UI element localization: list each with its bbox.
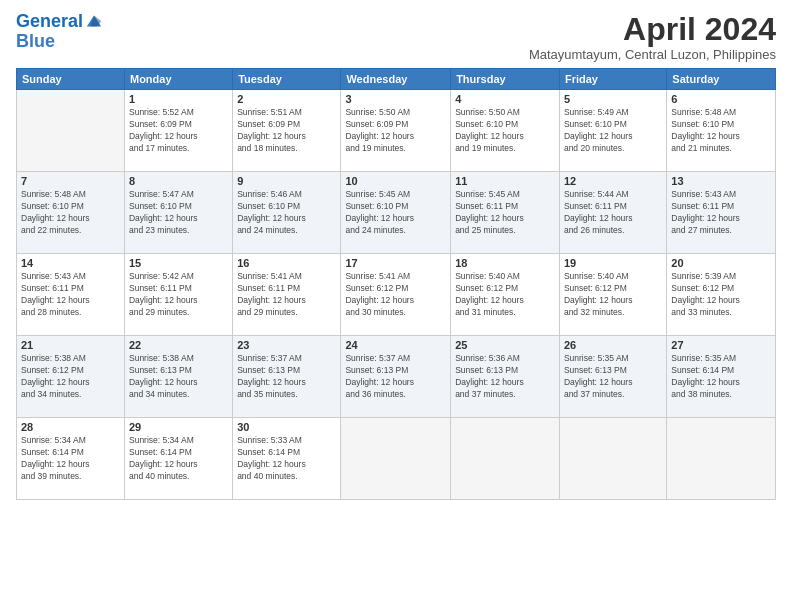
day-info: Sunrise: 5:43 AMSunset: 6:11 PMDaylight:… xyxy=(671,189,771,237)
table-row: 2Sunrise: 5:51 AMSunset: 6:09 PMDaylight… xyxy=(233,90,341,172)
table-row: 20Sunrise: 5:39 AMSunset: 6:12 PMDayligh… xyxy=(667,254,776,336)
day-info: Sunrise: 5:38 AMSunset: 6:13 PMDaylight:… xyxy=(129,353,228,401)
calendar-table: Sunday Monday Tuesday Wednesday Thursday… xyxy=(16,68,776,500)
table-row xyxy=(17,90,125,172)
day-info: Sunrise: 5:44 AMSunset: 6:11 PMDaylight:… xyxy=(564,189,662,237)
table-row xyxy=(341,418,451,500)
day-info: Sunrise: 5:50 AMSunset: 6:10 PMDaylight:… xyxy=(455,107,555,155)
day-info: Sunrise: 5:41 AMSunset: 6:11 PMDaylight:… xyxy=(237,271,336,319)
table-row: 27Sunrise: 5:35 AMSunset: 6:14 PMDayligh… xyxy=(667,336,776,418)
table-row xyxy=(451,418,560,500)
day-number: 24 xyxy=(345,339,446,351)
day-info: Sunrise: 5:42 AMSunset: 6:11 PMDaylight:… xyxy=(129,271,228,319)
day-info: Sunrise: 5:45 AMSunset: 6:11 PMDaylight:… xyxy=(455,189,555,237)
table-row: 21Sunrise: 5:38 AMSunset: 6:12 PMDayligh… xyxy=(17,336,125,418)
day-number: 20 xyxy=(671,257,771,269)
day-info: Sunrise: 5:46 AMSunset: 6:10 PMDaylight:… xyxy=(237,189,336,237)
logo-icon xyxy=(85,12,103,30)
col-sunday: Sunday xyxy=(17,69,125,90)
table-row: 29Sunrise: 5:34 AMSunset: 6:14 PMDayligh… xyxy=(124,418,232,500)
table-row: 9Sunrise: 5:46 AMSunset: 6:10 PMDaylight… xyxy=(233,172,341,254)
table-row: 26Sunrise: 5:35 AMSunset: 6:13 PMDayligh… xyxy=(559,336,666,418)
col-monday: Monday xyxy=(124,69,232,90)
day-info: Sunrise: 5:48 AMSunset: 6:10 PMDaylight:… xyxy=(21,189,120,237)
day-info: Sunrise: 5:41 AMSunset: 6:12 PMDaylight:… xyxy=(345,271,446,319)
table-row: 30Sunrise: 5:33 AMSunset: 6:14 PMDayligh… xyxy=(233,418,341,500)
day-number: 11 xyxy=(455,175,555,187)
day-number: 27 xyxy=(671,339,771,351)
table-row: 10Sunrise: 5:45 AMSunset: 6:10 PMDayligh… xyxy=(341,172,451,254)
table-row: 11Sunrise: 5:45 AMSunset: 6:11 PMDayligh… xyxy=(451,172,560,254)
day-number: 22 xyxy=(129,339,228,351)
day-number: 9 xyxy=(237,175,336,187)
day-info: Sunrise: 5:34 AMSunset: 6:14 PMDaylight:… xyxy=(21,435,120,483)
day-info: Sunrise: 5:40 AMSunset: 6:12 PMDaylight:… xyxy=(455,271,555,319)
title-block: April 2024 Matayumtayum, Central Luzon, … xyxy=(529,12,776,62)
table-row: 8Sunrise: 5:47 AMSunset: 6:10 PMDaylight… xyxy=(124,172,232,254)
table-row xyxy=(667,418,776,500)
table-row: 5Sunrise: 5:49 AMSunset: 6:10 PMDaylight… xyxy=(559,90,666,172)
day-number: 4 xyxy=(455,93,555,105)
day-number: 19 xyxy=(564,257,662,269)
calendar-page: General Blue April 2024 Matayumtayum, Ce… xyxy=(0,0,792,612)
location: Matayumtayum, Central Luzon, Philippines xyxy=(529,47,776,62)
day-number: 23 xyxy=(237,339,336,351)
day-number: 26 xyxy=(564,339,662,351)
table-row: 17Sunrise: 5:41 AMSunset: 6:12 PMDayligh… xyxy=(341,254,451,336)
day-number: 7 xyxy=(21,175,120,187)
day-info: Sunrise: 5:37 AMSunset: 6:13 PMDaylight:… xyxy=(345,353,446,401)
day-number: 14 xyxy=(21,257,120,269)
day-number: 25 xyxy=(455,339,555,351)
table-row: 24Sunrise: 5:37 AMSunset: 6:13 PMDayligh… xyxy=(341,336,451,418)
day-number: 13 xyxy=(671,175,771,187)
table-row: 6Sunrise: 5:48 AMSunset: 6:10 PMDaylight… xyxy=(667,90,776,172)
day-number: 21 xyxy=(21,339,120,351)
table-row: 3Sunrise: 5:50 AMSunset: 6:09 PMDaylight… xyxy=(341,90,451,172)
day-info: Sunrise: 5:34 AMSunset: 6:14 PMDaylight:… xyxy=(129,435,228,483)
day-number: 28 xyxy=(21,421,120,433)
day-info: Sunrise: 5:51 AMSunset: 6:09 PMDaylight:… xyxy=(237,107,336,155)
day-info: Sunrise: 5:35 AMSunset: 6:13 PMDaylight:… xyxy=(564,353,662,401)
table-row: 16Sunrise: 5:41 AMSunset: 6:11 PMDayligh… xyxy=(233,254,341,336)
day-info: Sunrise: 5:39 AMSunset: 6:12 PMDaylight:… xyxy=(671,271,771,319)
day-info: Sunrise: 5:49 AMSunset: 6:10 PMDaylight:… xyxy=(564,107,662,155)
day-number: 10 xyxy=(345,175,446,187)
logo-text-line1: General xyxy=(16,12,83,32)
table-row xyxy=(559,418,666,500)
table-row: 14Sunrise: 5:43 AMSunset: 6:11 PMDayligh… xyxy=(17,254,125,336)
day-info: Sunrise: 5:37 AMSunset: 6:13 PMDaylight:… xyxy=(237,353,336,401)
table-row: 25Sunrise: 5:36 AMSunset: 6:13 PMDayligh… xyxy=(451,336,560,418)
day-number: 12 xyxy=(564,175,662,187)
day-info: Sunrise: 5:45 AMSunset: 6:10 PMDaylight:… xyxy=(345,189,446,237)
day-number: 16 xyxy=(237,257,336,269)
day-number: 18 xyxy=(455,257,555,269)
table-row: 22Sunrise: 5:38 AMSunset: 6:13 PMDayligh… xyxy=(124,336,232,418)
day-info: Sunrise: 5:43 AMSunset: 6:11 PMDaylight:… xyxy=(21,271,120,319)
logo: General Blue xyxy=(16,12,103,52)
table-row: 28Sunrise: 5:34 AMSunset: 6:14 PMDayligh… xyxy=(17,418,125,500)
table-row: 4Sunrise: 5:50 AMSunset: 6:10 PMDaylight… xyxy=(451,90,560,172)
day-number: 30 xyxy=(237,421,336,433)
day-info: Sunrise: 5:33 AMSunset: 6:14 PMDaylight:… xyxy=(237,435,336,483)
table-row: 7Sunrise: 5:48 AMSunset: 6:10 PMDaylight… xyxy=(17,172,125,254)
table-row: 1Sunrise: 5:52 AMSunset: 6:09 PMDaylight… xyxy=(124,90,232,172)
day-info: Sunrise: 5:36 AMSunset: 6:13 PMDaylight:… xyxy=(455,353,555,401)
day-number: 3 xyxy=(345,93,446,105)
day-info: Sunrise: 5:35 AMSunset: 6:14 PMDaylight:… xyxy=(671,353,771,401)
day-number: 5 xyxy=(564,93,662,105)
calendar-header-row: Sunday Monday Tuesday Wednesday Thursday… xyxy=(17,69,776,90)
day-info: Sunrise: 5:52 AMSunset: 6:09 PMDaylight:… xyxy=(129,107,228,155)
day-info: Sunrise: 5:48 AMSunset: 6:10 PMDaylight:… xyxy=(671,107,771,155)
col-friday: Friday xyxy=(559,69,666,90)
day-number: 6 xyxy=(671,93,771,105)
day-info: Sunrise: 5:40 AMSunset: 6:12 PMDaylight:… xyxy=(564,271,662,319)
day-number: 2 xyxy=(237,93,336,105)
logo-text-line2: Blue xyxy=(16,32,55,52)
table-row: 23Sunrise: 5:37 AMSunset: 6:13 PMDayligh… xyxy=(233,336,341,418)
col-tuesday: Tuesday xyxy=(233,69,341,90)
table-row: 12Sunrise: 5:44 AMSunset: 6:11 PMDayligh… xyxy=(559,172,666,254)
day-info: Sunrise: 5:47 AMSunset: 6:10 PMDaylight:… xyxy=(129,189,228,237)
col-thursday: Thursday xyxy=(451,69,560,90)
table-row: 15Sunrise: 5:42 AMSunset: 6:11 PMDayligh… xyxy=(124,254,232,336)
table-row: 18Sunrise: 5:40 AMSunset: 6:12 PMDayligh… xyxy=(451,254,560,336)
